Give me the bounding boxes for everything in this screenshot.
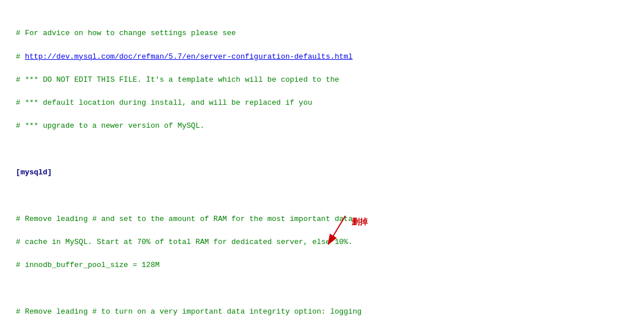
line-10: # innodb_buffer_pool_size = 128M bbox=[16, 261, 160, 269]
annotation-arrow bbox=[328, 210, 397, 256]
delete-annotation: 删掉 bbox=[334, 204, 368, 252]
line-3: # *** DO NOT EDIT THIS FILE. It's a temp… bbox=[16, 75, 340, 84]
code-editor: # For advice on how to change settings p… bbox=[0, 0, 644, 324]
svg-line-1 bbox=[328, 216, 345, 245]
docs-link[interactable]: http://dev.mysql.com/doc/refman/5.7/en/s… bbox=[25, 52, 353, 61]
line-8: # Remove leading # and set to the amount… bbox=[16, 215, 353, 223]
line-5: # *** upgrade to a newer version of MySQ… bbox=[16, 121, 205, 130]
line-2: # http://dev.mysql.com/doc/refman/5.7/en… bbox=[16, 52, 353, 61]
line-4: # *** default location during install, a… bbox=[16, 98, 313, 107]
line-12: # Remove leading # to turn on a very imp… bbox=[16, 307, 362, 316]
line-1: # For advice on how to change settings p… bbox=[16, 29, 236, 37]
section-mysqld: [mysqld] bbox=[16, 168, 52, 177]
line-9: # cache in MySQL. Start at 70% of total … bbox=[16, 238, 353, 246]
